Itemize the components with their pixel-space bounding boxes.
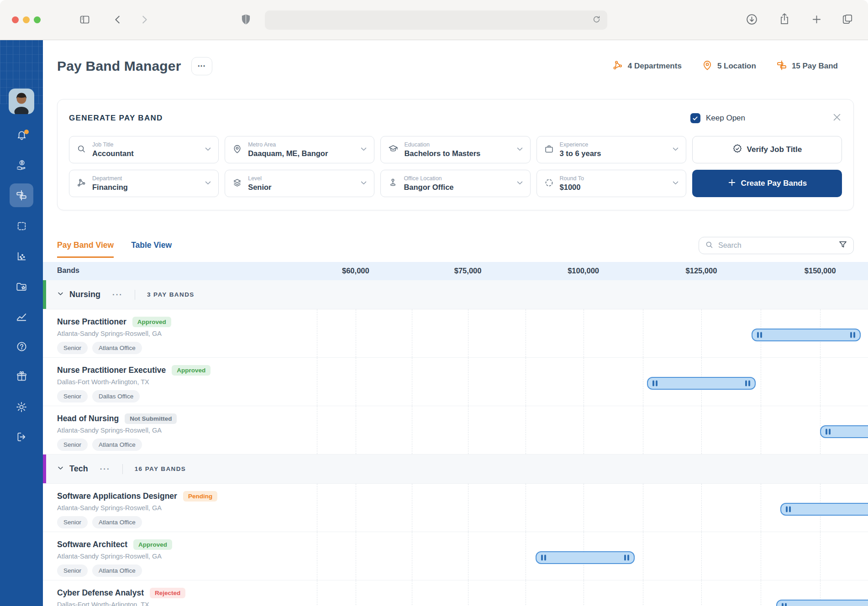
chevron-down-icon xyxy=(204,179,212,188)
new-tab-button[interactable] xyxy=(811,14,822,25)
pay-band-bar[interactable] xyxy=(820,425,868,438)
gear-icon xyxy=(16,401,27,413)
collapse-chevron-icon[interactable] xyxy=(57,465,64,473)
sidebar-toggle-icon[interactable] xyxy=(79,14,91,25)
salary-axis-header: Bands $60,000 $75,000 $100,000 $125,000 … xyxy=(43,262,868,280)
round-to-select[interactable]: Round To$1000 xyxy=(537,170,686,197)
org-network-icon xyxy=(612,60,623,73)
keep-open-checkbox[interactable]: Keep Open xyxy=(690,113,745,123)
sidebar-item-pay-bands[interactable] xyxy=(0,184,43,206)
sidebar-item-logout[interactable] xyxy=(0,426,43,448)
collapse-chevron-icon[interactable] xyxy=(57,290,64,299)
field-label: Department xyxy=(92,175,198,182)
reload-icon[interactable] xyxy=(592,15,601,26)
create-button-label: Create Pay Bands xyxy=(741,179,807,188)
chevron-down-icon xyxy=(360,179,368,188)
job-title: Software Architect xyxy=(57,540,127,549)
zoom-window-button[interactable] xyxy=(34,16,41,23)
education-select[interactable]: EducationBachelors to Masters xyxy=(380,136,530,163)
privacy-shield-icon[interactable] xyxy=(241,13,251,26)
section-name[interactable]: Tech xyxy=(69,464,88,474)
forward-button[interactable] xyxy=(139,15,149,25)
stat-locations: 5 Location xyxy=(702,60,756,73)
pay-band-row: Software Applications Designer Pending A… xyxy=(43,484,868,532)
title-more-button[interactable]: ··· xyxy=(191,57,212,75)
tab-pay-band-view[interactable]: Pay Band View xyxy=(57,240,114,258)
folder-star-icon xyxy=(16,281,27,293)
browser-toolbar xyxy=(0,0,868,40)
section-header-tech: Tech ··· 16 PAY BANDS xyxy=(43,454,868,484)
search-icon xyxy=(705,240,714,251)
panel-title: GENERATE PAY BAND xyxy=(69,114,163,123)
job-title-select[interactable]: Job TitleAccountant xyxy=(69,136,219,163)
address-bar[interactable] xyxy=(265,10,607,30)
field-label: Job Title xyxy=(92,141,198,148)
field-label: Round To xyxy=(560,175,666,182)
avatar[interactable] xyxy=(9,89,34,114)
stat-departments: 4 Departments xyxy=(612,60,682,73)
downloads-button[interactable] xyxy=(746,13,758,26)
sidebar-item-payments[interactable] xyxy=(0,154,43,176)
job-location: Dallas-Fort Worth-Arlington, TX xyxy=(57,601,185,606)
search-input[interactable] xyxy=(718,241,834,250)
pay-band-bar[interactable] xyxy=(780,503,868,516)
sidebar-item-settings[interactable] xyxy=(0,396,43,418)
section-more-button[interactable]: ··· xyxy=(112,290,123,299)
filter-funnel-icon[interactable] xyxy=(838,240,847,251)
sidebar-item-trends[interactable] xyxy=(0,305,43,327)
job-title: Nurse Practitioner xyxy=(57,317,126,327)
pay-band-bar[interactable] xyxy=(647,377,756,390)
axis-tick: $75,000 xyxy=(454,266,482,275)
sidebar-item-starred-projects[interactable] xyxy=(0,276,43,298)
sidebar-item-scatter-analytics[interactable] xyxy=(0,245,43,267)
minimize-window-button[interactable] xyxy=(23,16,30,23)
field-label: Metro Area xyxy=(248,141,354,148)
metro-area-select[interactable]: Metro AreaDaaquam, ME, Bangor xyxy=(225,136,374,163)
line-chart-icon xyxy=(16,310,27,322)
chevron-down-icon xyxy=(360,145,368,155)
page-title: Pay Band Manager xyxy=(57,58,181,74)
office-location-select[interactable]: Office LocationBangor Office xyxy=(380,170,530,197)
experience-select[interactable]: Experience3 to 6 years xyxy=(537,136,686,163)
department-select[interactable]: DepartmentFinancing xyxy=(69,170,219,197)
close-window-button[interactable] xyxy=(12,16,19,23)
level-select[interactable]: LevelSenior xyxy=(225,170,374,197)
badge-check-icon xyxy=(732,144,742,156)
sidebar-item-rewards[interactable] xyxy=(0,365,43,387)
section-more-button[interactable]: ··· xyxy=(100,465,110,474)
pay-band-icon xyxy=(776,60,787,73)
window-controls xyxy=(12,16,41,23)
status-badge: Rejected xyxy=(150,588,185,598)
job-title: Nurse Practitioner Executive xyxy=(57,366,166,375)
sidebar-item-scan[interactable] xyxy=(0,215,43,237)
status-badge: Approved xyxy=(133,539,172,550)
sidebar-item-notifications[interactable] xyxy=(0,124,43,146)
close-icon[interactable] xyxy=(832,112,842,124)
tag-level: Senior xyxy=(57,390,88,402)
verify-job-title-button[interactable]: Verify Job Title xyxy=(692,136,842,163)
axis-tick: $150,000 xyxy=(805,266,836,275)
sidebar-item-help[interactable] xyxy=(0,335,43,357)
tag-office: Atlanta Office xyxy=(92,342,142,354)
org-network-icon xyxy=(77,178,86,189)
generate-pay-band-panel: GENERATE PAY BAND Keep Open Job TitleAcc… xyxy=(57,99,854,210)
plus-icon xyxy=(727,178,736,189)
tab-overview-button[interactable] xyxy=(842,13,853,25)
divider xyxy=(122,464,123,474)
pay-band-bar[interactable] xyxy=(752,329,861,341)
pay-band-bar[interactable] xyxy=(776,600,868,606)
tab-table-view[interactable]: Table View xyxy=(131,240,172,258)
search-box[interactable] xyxy=(699,237,854,254)
create-pay-bands-button[interactable]: Create Pay Bands xyxy=(692,170,842,197)
pay-band-row: Cyber Defense Analyst Rejected Dallas-Fo… xyxy=(43,580,868,606)
section-name[interactable]: Nursing xyxy=(69,290,100,299)
address-input[interactable] xyxy=(271,16,592,24)
search-icon xyxy=(77,144,86,156)
checkbox-checked-icon[interactable] xyxy=(690,113,700,123)
share-button[interactable] xyxy=(779,12,790,26)
pay-band-bar[interactable] xyxy=(536,551,635,564)
briefcase-icon xyxy=(544,144,554,156)
back-button[interactable] xyxy=(113,15,123,25)
stat-locations-label: 5 Location xyxy=(717,62,756,71)
job-location: Atlanta-Sandy Springs-Roswell, GA xyxy=(57,427,177,434)
